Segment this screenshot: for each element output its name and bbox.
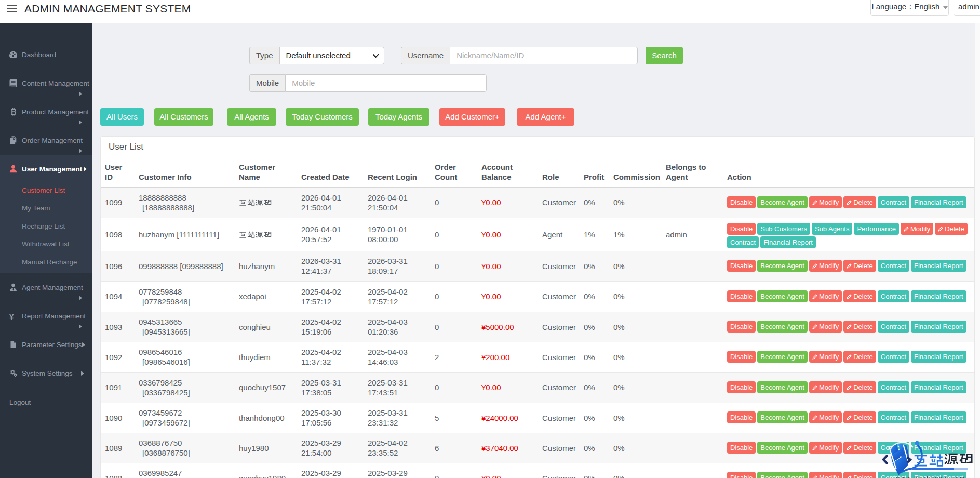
svg-text:www.huzhanym.com: www.huzhanym.com xyxy=(896,475,965,478)
